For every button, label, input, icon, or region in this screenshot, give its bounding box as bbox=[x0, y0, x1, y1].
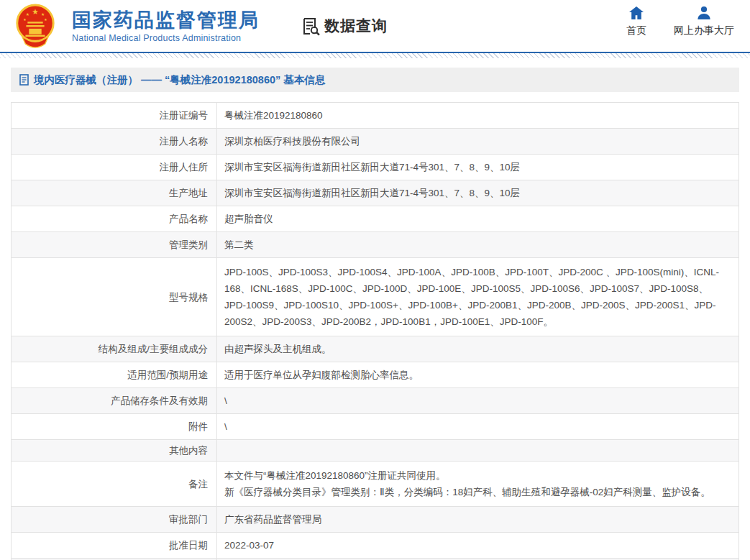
row-label: 产品储存条件及有效期 bbox=[12, 388, 216, 413]
table-row: 注册人住所深圳市宝安区福海街道新田社区新田大道71-4号301、7、8、9、10… bbox=[12, 155, 738, 180]
row-label: 适用范围/预期用途 bbox=[12, 362, 216, 387]
table-row: 注册证编号粤械注准20192180860 bbox=[12, 103, 738, 129]
row-label: 结构及组成/主要组成成分 bbox=[12, 336, 216, 362]
row-value: 2022-03-07 bbox=[216, 533, 738, 558]
nav-home[interactable]: 首页 bbox=[626, 6, 646, 37]
table-row: 结构及组成/主要组成成分由超声探头及主机组成。 bbox=[12, 336, 738, 362]
row-value: \ bbox=[216, 414, 738, 439]
row-value: 粤械注准20192180860 bbox=[216, 103, 738, 128]
row-label: 注册人名称 bbox=[12, 129, 216, 154]
row-value: 本文件与“粤械注准20192180860”注册证共同使用。 新《医疗器械分类目录… bbox=[216, 462, 738, 506]
row-value: 第二类 bbox=[216, 232, 738, 257]
row-value: 深圳京柏医疗科技股份有限公司 bbox=[216, 129, 738, 154]
header-hatch-strip bbox=[0, 53, 750, 58]
nav-online-hall[interactable]: 网上办事大厅 bbox=[674, 6, 734, 37]
svg-text:★: ★ bbox=[23, 18, 27, 22]
agency-name-cn: 国家药品监督管理局 bbox=[72, 9, 260, 31]
page-title: 境内医疗器械（注册） —— “粤械注准20192180860” 基本信息 bbox=[34, 73, 325, 87]
home-icon bbox=[628, 6, 644, 20]
table-row: 管理类别第二类 bbox=[12, 232, 738, 258]
table-row: 生产地址深圳市宝安区福海街道新田社区新田大道71-4号301、7、8、9、10层 bbox=[12, 180, 738, 206]
row-label: 批准日期 bbox=[12, 533, 216, 558]
table-row: 注册人名称深圳京柏医疗科技股份有限公司 bbox=[12, 129, 738, 155]
row-label: 其他内容 bbox=[12, 440, 216, 461]
table-row: 产品储存条件及有效期\ bbox=[12, 388, 738, 414]
main-content: 境内医疗器械（注册） —— “粤械注准20192180860” 基本信息 注册证… bbox=[11, 68, 739, 560]
svg-text:★: ★ bbox=[26, 12, 29, 17]
row-value: 适用于医疗单位从孕妇腹部检测胎心率信息。 bbox=[216, 362, 738, 387]
table-row: 其他内容 bbox=[12, 440, 738, 462]
table-row: 附件\ bbox=[12, 414, 738, 440]
national-emblem-logo: ★ ★ ★ ★ ★ bbox=[13, 2, 58, 50]
row-label: 管理类别 bbox=[12, 232, 216, 257]
user-icon bbox=[696, 6, 712, 20]
row-label: 附件 bbox=[12, 414, 216, 439]
row-label: 注册人住所 bbox=[12, 155, 216, 180]
row-label: 型号规格 bbox=[12, 258, 216, 336]
site-header: ★ ★ ★ ★ ★ 国家药品监督管理局 National Medical Pro… bbox=[0, 0, 750, 52]
row-value: \ bbox=[216, 388, 738, 413]
row-value: 广东省药品监督管理局 bbox=[216, 507, 738, 532]
row-value: JPD-100S、JPD-100S3、JPD-100S4、JPD-100A、JP… bbox=[216, 258, 738, 336]
page-title-bar: 境内医疗器械（注册） —— “粤械注准20192180860” 基本信息 bbox=[11, 68, 739, 92]
header-nav: 首页 网上办事大厅 bbox=[626, 6, 734, 37]
nav-online-hall-label: 网上办事大厅 bbox=[674, 24, 734, 37]
table-row: 批准日期2022-03-07 bbox=[12, 533, 738, 559]
row-label: 生产地址 bbox=[12, 180, 216, 206]
data-query-section[interactable]: 数据查询 bbox=[301, 16, 388, 36]
table-row: 产品名称超声胎音仪 bbox=[12, 206, 738, 232]
row-value bbox=[216, 440, 738, 461]
data-query-label: 数据查询 bbox=[324, 16, 388, 36]
table-row: 型号规格JPD-100S、JPD-100S3、JPD-100S4、JPD-100… bbox=[12, 258, 738, 336]
svg-text:★: ★ bbox=[32, 7, 39, 16]
row-label: 产品名称 bbox=[12, 206, 216, 231]
svg-text:★: ★ bbox=[44, 18, 47, 22]
data-query-icon bbox=[301, 17, 321, 36]
agency-title-block: 国家药品监督管理局 National Medical Products Admi… bbox=[72, 9, 260, 43]
table-row: 适用范围/预期用途适用于医疗单位从孕妇腹部检测胎心率信息。 bbox=[12, 362, 738, 388]
row-label: 审批部门 bbox=[12, 507, 216, 532]
nav-home-label: 首页 bbox=[626, 24, 646, 37]
svg-text:★: ★ bbox=[41, 12, 45, 17]
row-value: 超声胎音仪 bbox=[216, 206, 738, 231]
row-label: 注册证编号 bbox=[12, 103, 216, 128]
row-label: 备注 bbox=[12, 462, 216, 506]
agency-name-en: National Medical Products Administration bbox=[72, 33, 260, 43]
table-row: 备注本文件与“粤械注准20192180860”注册证共同使用。 新《医疗器械分类… bbox=[12, 462, 738, 507]
row-value: 深圳市宝安区福海街道新田社区新田大道71-4号301、7、8、9、10层 bbox=[216, 155, 738, 180]
info-table: 注册证编号粤械注准20192180860注册人名称深圳京柏医疗科技股份有限公司注… bbox=[11, 102, 739, 560]
row-value: 深圳市宝安区福海街道新田社区新田大道71-4号301、7、8、9、10层 bbox=[216, 180, 738, 206]
table-row: 审批部门广东省药品监督管理局 bbox=[12, 507, 738, 533]
row-value: 由超声探头及主机组成。 bbox=[216, 336, 738, 362]
document-icon bbox=[19, 74, 29, 86]
